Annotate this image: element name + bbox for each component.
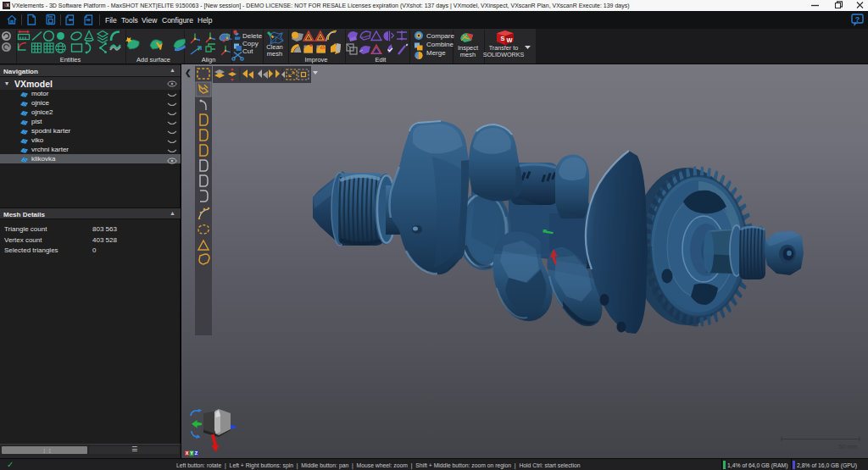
- svg-text:W: W: [506, 36, 512, 44]
- svg-text:X: X: [186, 451, 189, 456]
- svg-text:Y: Y: [190, 451, 193, 456]
- svg-text:S: S: [501, 35, 505, 42]
- svg-text:50 mm: 50 mm: [839, 444, 858, 450]
- svg-text:?: ?: [855, 15, 860, 24]
